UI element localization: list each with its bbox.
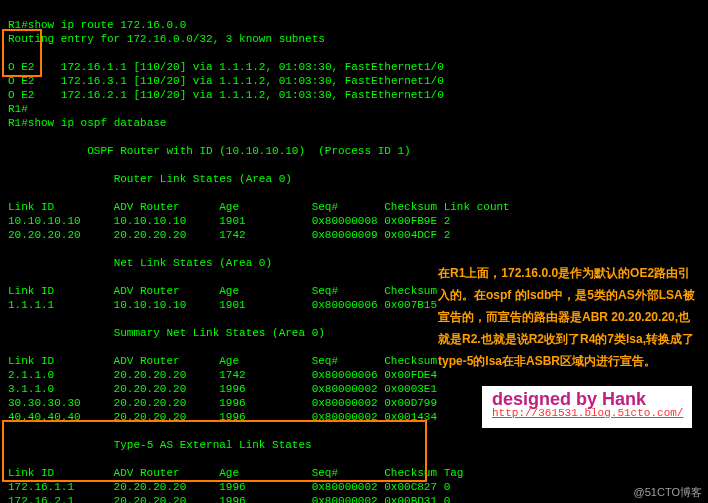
table-row: 172.16.1.1 20.20.20.20 1996 0x80000002 0… — [8, 481, 450, 493]
credit-box: designed by Hank http://361531.blog.51ct… — [482, 386, 692, 428]
table-columns: Link ID ADV Router Age Seq# Checksum — [8, 355, 437, 367]
watermark: @51CTO博客 — [634, 485, 702, 499]
credit-url[interactable]: http://361531.blog.51cto.com/ — [492, 406, 682, 420]
table-row: 30.30.30.30 20.20.20.20 1996 0x80000002 … — [8, 397, 437, 409]
section-heading: Net Link States (Area 0) — [114, 257, 272, 269]
section-heading: Router Link States (Area 0) — [114, 173, 292, 185]
table-columns: Link ID ADV Router Age Seq# Checksum — [8, 285, 437, 297]
terminal-output: R1#show ip route 172.16.0.0 Routing entr… — [8, 4, 708, 503]
section-heading: Type-5 AS External Link States — [114, 439, 312, 451]
command-line: show ip ospf database — [28, 117, 167, 129]
table-row: 20.20.20.20 20.20.20.20 1742 0x80000009 … — [8, 229, 450, 241]
route-header: Routing entry for 172.16.0.0/32, 3 known… — [8, 33, 325, 45]
table-row: 1.1.1.1 10.10.10.10 1901 0x80000006 0x00… — [8, 299, 437, 311]
route-code: O E2 — [8, 89, 34, 101]
command-line: show ip route 172.16.0.0 — [28, 19, 186, 31]
prompt: R1# — [8, 19, 28, 31]
table-row: 3.1.1.0 20.20.20.20 1996 0x80000002 0x00… — [8, 383, 437, 395]
table-row: 172.16.2.1 20.20.20.20 1996 0x80000002 0… — [8, 495, 450, 503]
table-row: 40.40.40.40 20.20.20.20 1996 0x80000002 … — [8, 411, 437, 423]
table-columns: Link ID ADV Router Age Seq# Checksum Lin… — [8, 201, 510, 213]
prompt: R1# — [8, 117, 28, 129]
prompt: R1# — [8, 103, 28, 115]
ospf-title: OSPF Router with ID (10.10.10.10) (Proce… — [87, 145, 410, 157]
table-row: 10.10.10.10 10.10.10.10 1901 0x80000008 … — [8, 215, 450, 227]
route-code: O E2 — [8, 75, 34, 87]
section-heading: Summary Net Link States (Area 0) — [114, 327, 325, 339]
annotation-text: 在R1上面，172.16.0.0是作为默认的OE2路由引入的。在ospf 的ls… — [438, 262, 696, 372]
route-code: O E2 — [8, 61, 34, 73]
table-row: 2.1.1.0 20.20.20.20 1742 0x80000006 0x00… — [8, 369, 437, 381]
table-columns: Link ID ADV Router Age Seq# Checksum Tag — [8, 467, 463, 479]
credit-title: designed by Hank — [492, 392, 682, 406]
